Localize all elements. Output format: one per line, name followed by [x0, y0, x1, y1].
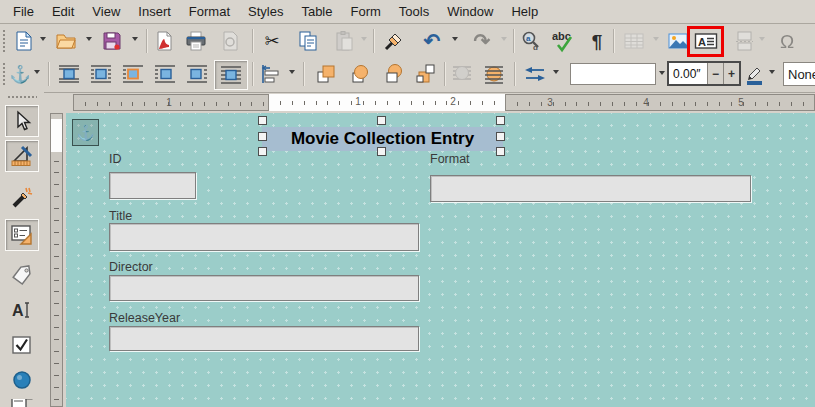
menu-tools[interactable]: Tools: [390, 0, 438, 23]
menu-styles[interactable]: Styles: [239, 0, 292, 23]
copy-icon[interactable]: [294, 27, 322, 55]
line-color-icon[interactable]: [743, 60, 767, 88]
label-field-icon[interactable]: [5, 259, 39, 291]
insert-table-dropdown[interactable]: [653, 37, 659, 41]
document-canvas[interactable]: ⚓ Movie Collection Entry ID Format Title…: [66, 113, 815, 407]
line-width-increase-button[interactable]: +: [723, 63, 739, 84]
menu-edit[interactable]: Edit: [43, 0, 83, 23]
forward-one-icon[interactable]: [346, 60, 374, 88]
line-width-value[interactable]: 0.00″: [669, 63, 707, 84]
selection-handle-bottom-right[interactable]: [496, 147, 505, 156]
menu-format[interactable]: Format: [180, 0, 239, 23]
fill-style-select[interactable]: None: [783, 62, 815, 86]
redo-icon[interactable]: ↷: [468, 27, 496, 55]
wrap-on-icon[interactable]: [87, 60, 115, 88]
selection-handle-top-right[interactable]: [496, 116, 505, 125]
vertical-ruler[interactable]: [50, 113, 63, 407]
insert-page-break-icon[interactable]: [730, 27, 758, 55]
select-tool-icon[interactable]: [5, 105, 39, 137]
selection-handle-top-left[interactable]: [258, 116, 267, 125]
object-anchor-marker[interactable]: ⚓: [72, 119, 99, 146]
save-icon[interactable]: [98, 27, 126, 55]
line-style-dropdown[interactable]: [659, 71, 665, 75]
menu-help[interactable]: Help: [502, 0, 547, 23]
toolbar-grip[interactable]: [7, 95, 37, 100]
selection-handle-bottom-left[interactable]: [258, 147, 267, 156]
line-width-spinner[interactable]: 0.00″ − +: [667, 61, 741, 86]
field-input-releaseyear[interactable]: [109, 326, 419, 351]
form-design-icon[interactable]: [5, 219, 39, 251]
text-box-control-icon[interactable]: A: [5, 294, 39, 326]
formatting-marks-icon[interactable]: ¶: [583, 27, 611, 55]
undo-icon[interactable]: ↶: [418, 27, 446, 55]
field-label-title: Title: [109, 209, 132, 223]
horizontal-ruler[interactable]: 1 1 2 3 4 5: [73, 94, 815, 112]
cut-icon[interactable]: ✂: [258, 27, 286, 55]
undo-dropdown[interactable]: [452, 37, 458, 41]
insert-page-break-dropdown[interactable]: [759, 37, 765, 41]
design-mode-icon[interactable]: [5, 140, 39, 172]
to-background-icon[interactable]: [480, 60, 508, 88]
field-label-format: Format: [430, 152, 470, 166]
arrow-style-dropdown[interactable]: [553, 70, 559, 74]
svg-text:d: d: [533, 43, 538, 52]
selection-handle-top-center[interactable]: [377, 116, 386, 125]
special-character-icon[interactable]: Ω: [773, 27, 801, 55]
menu-window[interactable]: Window: [438, 0, 502, 23]
arrow-style-icon[interactable]: [521, 60, 549, 88]
wrap-before-icon[interactable]: [151, 60, 179, 88]
menu-table[interactable]: Table: [292, 0, 341, 23]
field-input-id[interactable]: [109, 172, 196, 199]
list-box-control-icon[interactable]: [5, 399, 39, 407]
toolbar-grip[interactable]: [2, 62, 7, 86]
save-dropdown[interactable]: [132, 37, 138, 41]
export-pdf-icon[interactable]: [150, 27, 178, 55]
align-dropdown[interactable]: [289, 70, 295, 74]
selection-handle-bottom-center[interactable]: [377, 147, 386, 156]
new-document-icon[interactable]: [10, 27, 38, 55]
ruler-object-segment: 1 2: [269, 94, 505, 111]
ruler-margin-segment: 1: [73, 94, 269, 111]
paste-icon[interactable]: [330, 27, 358, 55]
send-to-back-icon[interactable]: [412, 60, 440, 88]
selection-handle-middle-right[interactable]: [496, 132, 505, 141]
field-input-format[interactable]: [430, 175, 751, 202]
redo-dropdown[interactable]: [501, 37, 507, 41]
field-label-releaseyear: ReleaseYear: [109, 311, 180, 325]
menu-file[interactable]: File: [4, 0, 43, 23]
clone-formatting-icon[interactable]: [380, 27, 408, 55]
open-file-icon[interactable]: [52, 27, 80, 55]
paste-dropdown[interactable]: [361, 37, 367, 41]
bring-to-front-icon[interactable]: [312, 60, 340, 88]
find-replace-icon[interactable]: ad: [517, 27, 545, 55]
selection-handle-middle-left[interactable]: [258, 132, 267, 141]
wrap-through-icon[interactable]: [214, 60, 248, 90]
menu-view[interactable]: View: [83, 0, 129, 23]
anchor-dropdown[interactable]: [34, 70, 40, 74]
align-objects-icon[interactable]: [257, 60, 285, 88]
field-input-director[interactable]: [109, 275, 419, 301]
option-button-control-icon[interactable]: [5, 364, 39, 396]
back-one-icon[interactable]: [380, 60, 408, 88]
insert-table-icon[interactable]: [620, 27, 648, 55]
print-icon[interactable]: [182, 27, 210, 55]
print-preview-icon[interactable]: [216, 27, 244, 55]
to-foreground-icon[interactable]: [448, 60, 476, 88]
ruler-number: 3: [547, 97, 553, 108]
field-input-title[interactable]: [109, 223, 419, 251]
control-wizards-icon[interactable]: [5, 182, 39, 214]
open-file-dropdown[interactable]: [86, 37, 92, 41]
anchor-icon[interactable]: ⚓: [8, 60, 32, 88]
new-document-dropdown[interactable]: [40, 37, 46, 41]
wrap-off-icon[interactable]: [55, 60, 83, 88]
menu-form[interactable]: Form: [341, 0, 389, 23]
wrap-ideal-icon[interactable]: [119, 60, 147, 88]
wrap-after-icon[interactable]: [183, 60, 211, 88]
menu-insert[interactable]: Insert: [129, 0, 180, 23]
spelling-icon[interactable]: abc: [550, 27, 578, 55]
line-style-select[interactable]: [570, 63, 656, 85]
line-color-dropdown[interactable]: [769, 70, 775, 74]
toolbar-grip[interactable]: [2, 29, 7, 53]
line-width-decrease-button[interactable]: −: [707, 63, 723, 84]
check-box-control-icon[interactable]: [5, 329, 39, 361]
